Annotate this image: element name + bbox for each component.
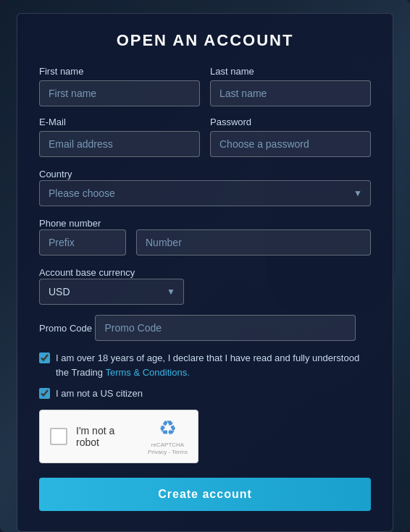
- first-name-label: First name: [39, 66, 200, 77]
- terms-text: I am over 18 years of age, I declare tha…: [56, 351, 371, 379]
- password-input[interactable]: [210, 131, 371, 157]
- recaptcha-checkbox[interactable]: [50, 428, 67, 445]
- terms-checkbox[interactable]: [39, 352, 50, 363]
- phone-prefix-input[interactable]: [39, 229, 126, 256]
- phone-label: Phone number: [39, 218, 101, 229]
- page-title: OPEN AN ACCOUNT: [39, 31, 371, 50]
- last-name-label: Last name: [210, 66, 371, 77]
- promo-input[interactable]: [95, 315, 356, 341]
- email-label: E-Mail: [39, 117, 200, 127]
- us-citizen-text: I am not a US citizen: [56, 387, 143, 401]
- us-citizen-checkbox[interactable]: [39, 388, 50, 399]
- recaptcha-logo: ♻ reCAPTCHA Privacy - Terms: [148, 416, 188, 457]
- recaptcha-widget[interactable]: I'm not a robot ♻ reCAPTCHA Privacy - Te…: [39, 410, 198, 463]
- currency-label: Account base currency: [39, 267, 135, 278]
- email-input[interactable]: [39, 131, 200, 157]
- last-name-input[interactable]: [210, 80, 371, 106]
- first-name-input[interactable]: [39, 80, 200, 106]
- create-account-button[interactable]: Create account: [39, 478, 371, 511]
- terms-link[interactable]: Terms & Conditions.: [105, 367, 189, 378]
- country-label: Country: [39, 169, 72, 180]
- recaptcha-brand-text: reCAPTCHA Privacy - Terms: [148, 442, 188, 457]
- promo-label: Promo Code: [39, 323, 92, 334]
- phone-number-input[interactable]: [136, 229, 371, 256]
- currency-select[interactable]: USD EUR GBP CHF JPY: [39, 279, 184, 305]
- country-select[interactable]: Please choose United States United Kingd…: [39, 180, 371, 206]
- recaptcha-label: I'm not a robot: [76, 425, 139, 448]
- recaptcha-icon: ♻: [159, 416, 177, 440]
- password-label: Password: [210, 117, 371, 127]
